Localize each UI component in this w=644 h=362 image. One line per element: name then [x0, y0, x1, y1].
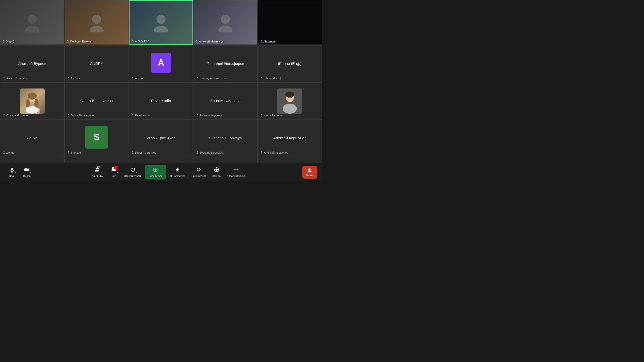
more-icon: [233, 167, 239, 174]
svg-point-6: [156, 15, 166, 24]
toolbar: ▲ Звук ▲ Видео: [0, 163, 322, 181]
participant-card-pavel[interactable]: Pavel Yudin Pavel Yudin: [129, 82, 193, 120]
username-aleksei-b: Алексей Бурцев: [3, 77, 27, 80]
participant-card-alex-art[interactable]: A Alex Art: [129, 45, 193, 82]
video-cell-alexey-pan[interactable]: Alexey Pan: [129, 0, 193, 45]
display-name-aleksei-k: Алексей Коршунов: [273, 136, 306, 140]
participant-card-sherzod[interactable]: S Sherzod: [64, 120, 129, 157]
svg-point-65: [199, 168, 200, 169]
video-cell-pechorin[interactable]: Печёрин Евгений: [64, 0, 129, 45]
svg-point-67: [199, 170, 200, 171]
svg-point-7: [154, 26, 168, 32]
participants-grid: Алексей Бурцев Алексей Бурцев ANDRY ANDR…: [0, 45, 322, 163]
video-button[interactable]: ▲ Видео: [20, 165, 34, 179]
svg-rect-28: [68, 114, 69, 115]
username-aleksei-k: Алексей Коршунов: [260, 151, 288, 154]
svg-point-0: [28, 15, 37, 24]
display-name-gennady: Геннадий Никифоров: [207, 61, 244, 66]
more-button[interactable]: Дополнительно: [224, 165, 248, 179]
participant-card-andry[interactable]: ANDRY ANDRY: [64, 45, 129, 82]
svg-point-36: [291, 97, 292, 98]
username-oksana: Oksana Mikheeva: [3, 114, 28, 117]
end-button[interactable]: Выйти: [302, 166, 317, 179]
sound-button[interactable]: ▲ Звук: [5, 165, 19, 179]
participant-card-olga[interactable]: Ольга Васеничева Ольга Васеничева: [64, 82, 129, 120]
display-name-denis: Денис: [27, 136, 38, 140]
react-label: Отреагировать: [124, 175, 142, 177]
participants-label: Участники: [91, 175, 103, 177]
participant-card-igor[interactable]: Игорь Третьяков Игорь Третьяков: [129, 120, 193, 157]
participant-card-aleksei-k[interactable]: Алексей Коршунов Алексей Коршунов: [258, 120, 322, 157]
react-button[interactable]: ▲ Отреагировать: [122, 165, 144, 179]
svg-point-73: [309, 168, 311, 170]
username-sherzod: Sherzod: [67, 151, 81, 154]
svg-rect-55: [11, 168, 13, 170]
video-cell-oleg[interactable]: Oleg D: [0, 0, 64, 45]
name-tag-aleksei-m: Алексей Мартынов: [195, 40, 224, 43]
participant-card-svetlana[interactable]: Svetlana Dubovaya Svetlana Dubovaya: [193, 120, 258, 157]
display-name-evgenia-f: Евгения Фирсова: [210, 99, 241, 103]
svg-point-61: [98, 168, 100, 169]
name-tag-pechorin: Печёрин Евгений: [67, 40, 92, 43]
sound-icon: ▲: [9, 167, 15, 174]
svg-point-35: [288, 97, 289, 98]
exit-icon: [307, 168, 312, 173]
svg-rect-16: [197, 77, 198, 78]
video-cell-aleksei-m[interactable]: Алексей Мартынов: [193, 0, 258, 45]
svg-marker-59: [28, 168, 29, 171]
svg-rect-8: [132, 39, 133, 41]
svg-rect-11: [196, 40, 197, 41]
participant-card-alena[interactable]: Alena Fadeeva: [258, 82, 322, 120]
share-label: Поделиться: [148, 175, 162, 177]
svg-rect-14: [68, 77, 69, 78]
svg-rect-2: [3, 40, 4, 41]
share-button[interactable]: Поделиться: [145, 165, 166, 179]
participant-card-aleksei-b[interactable]: Алексей Бурцев Алексей Бурцев: [0, 45, 64, 82]
username-gennady: Геннадий Никифоров: [196, 77, 227, 80]
display-name-aleksei-b: Алексей Бурцев: [18, 61, 46, 66]
avatar-oksana: [20, 88, 45, 114]
username-evgenia-f: Евгения Фирсова: [196, 114, 222, 117]
participants-button[interactable]: ▲ 25 Участники: [89, 165, 106, 179]
svg-rect-41: [197, 151, 198, 153]
ai-companion-button[interactable]: AI Companion: [167, 165, 188, 179]
record-button[interactable]: Запись: [210, 165, 223, 179]
svg-point-21: [28, 93, 37, 100]
svg-rect-15: [132, 77, 133, 78]
toolbar-center: ▲ 25 Участники 7 ▲ Чат ▲: [89, 165, 248, 179]
chat-button[interactable]: 7 ▲ Чат: [107, 165, 120, 179]
video-label: Видео: [23, 175, 30, 177]
svg-point-1: [25, 26, 39, 32]
apps-button[interactable]: Приложения: [189, 165, 209, 179]
name-tag-oleg: Oleg D: [2, 40, 14, 43]
svg-rect-17: [261, 77, 262, 78]
participant-card-denis[interactable]: Денис Денис: [0, 120, 64, 157]
name-tag-alexander: Alexander: [260, 40, 276, 43]
display-name-igor: Игорь Третьяков: [147, 136, 176, 140]
display-name-iphone-egor: iPhone (Егор): [278, 61, 302, 66]
svg-rect-30: [197, 114, 198, 115]
username-andry: ANDRY: [67, 77, 80, 80]
record-icon: [214, 167, 219, 174]
svg-point-26: [26, 106, 39, 114]
apps-label: Приложения: [191, 175, 206, 177]
participant-card-oksana[interactable]: Oksana Mikheeva: [0, 82, 64, 120]
display-name-pavel: Pavel Yudin: [151, 99, 171, 103]
username-igor: Игорь Третьяков: [132, 151, 156, 154]
svg-point-70: [234, 169, 235, 170]
svg-point-72: [237, 169, 238, 170]
svg-point-25: [33, 98, 34, 99]
display-name-andry: ANDRY: [90, 61, 103, 66]
svg-rect-13: [4, 77, 5, 78]
name-tag-alexey-pan: Alexey Pan: [132, 39, 149, 42]
svg-point-69: [215, 168, 218, 171]
username-alex-art: Alex Art: [132, 77, 145, 80]
svg-rect-37: [261, 114, 262, 115]
participant-card-iphone-egor[interactable]: iPhone (Егор) iPhone (Егор): [258, 45, 322, 82]
svg-point-66: [197, 170, 198, 171]
participant-card-evgenia-f[interactable]: Евгения Фирсова Евгения Фирсова: [193, 82, 258, 120]
video-cell-alexander[interactable]: Alexander: [258, 0, 322, 45]
username-pavel: Pavel Yudin: [132, 114, 150, 117]
username-denis: Денис: [3, 151, 14, 154]
participant-card-gennady[interactable]: Геннадий Никифоров Геннадий Никифоров: [193, 45, 258, 82]
